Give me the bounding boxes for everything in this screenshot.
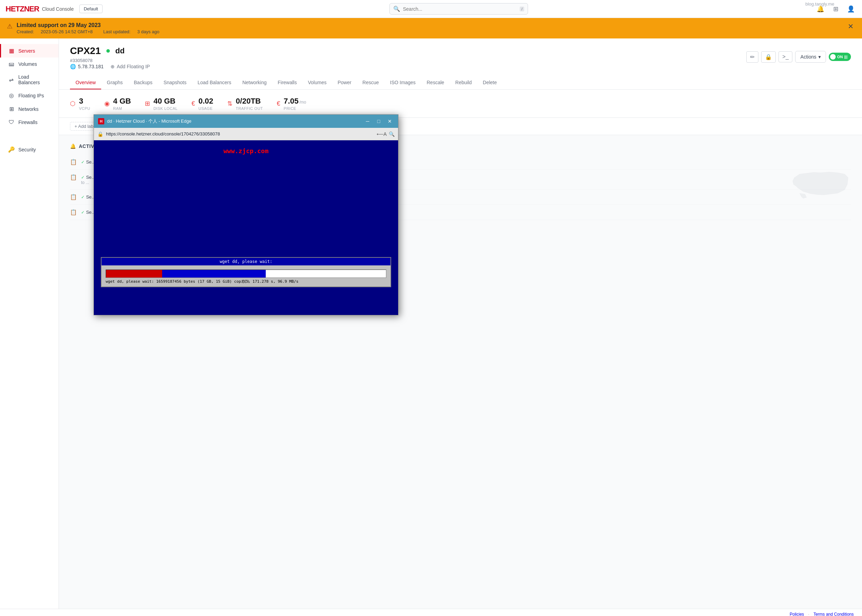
logo-subtitle: Cloud Console <box>42 6 74 12</box>
sidebar-label-volumes: Volumes <box>18 61 37 67</box>
activity-icon-2: 📋 <box>70 174 77 181</box>
traffic-label: TRAFFIC OUT <box>236 106 263 110</box>
sidebar-item-networks[interactable]: ⊞ Networks <box>0 102 58 116</box>
address-url[interactable]: https://console.hetzner.cloud/console/17… <box>106 131 374 137</box>
lock-button[interactable]: 🔒 <box>761 51 776 63</box>
add-floating-ip-button[interactable]: ⊕ Add Floating IP <box>110 64 150 69</box>
server-ip: 🌐 5.78.73.181 <box>70 64 104 69</box>
browser-addressbar: 🔒 https://console.hetzner.cloud/console/… <box>94 128 398 140</box>
power-toggle[interactable]: ON ||| <box>829 53 851 61</box>
tab-backups[interactable]: Backups <box>128 76 158 90</box>
sidebar-item-security[interactable]: 🔑 Security <box>0 143 58 156</box>
tab-rebuild[interactable]: Rebuild <box>450 76 477 90</box>
firewalls-icon: 🛡 <box>8 119 15 126</box>
price-icon: € <box>277 100 280 107</box>
spec-price: € 7.05 /mo PRICE <box>277 97 306 110</box>
dialog-body: 57% wget dd, please wait: 16599187456 by… <box>102 266 391 286</box>
networks-icon: ⊞ <box>8 106 15 112</box>
disk-label: DISK LOCAL <box>154 106 178 110</box>
vcpu-value: 3 <box>79 97 90 106</box>
ip-icon: 🌐 <box>70 64 76 69</box>
vcpu-icon: ⬡ <box>70 100 75 107</box>
server-id: #33058078 <box>70 58 150 63</box>
browser-window: H dd · Hetzner Cloud · 个人 - Microsoft Ed… <box>94 114 399 315</box>
browser-titlebar: H dd · Hetzner Cloud · 个人 - Microsoft Ed… <box>94 115 398 128</box>
sidebar-item-servers[interactable]: ▦ Servers <box>0 44 58 58</box>
ram-icon: ◉ <box>104 100 110 107</box>
edit-button[interactable]: ✏ <box>746 51 758 63</box>
maximize-button[interactable]: □ <box>375 117 383 126</box>
tab-iso-images[interactable]: ISO Images <box>385 76 421 90</box>
tab-rescue[interactable]: Rescue <box>357 76 384 90</box>
terminal-area[interactable]: www.zjcp.com wget dd, please wait: 57% w… <box>94 140 398 315</box>
browser-favicon: H <box>98 118 104 124</box>
tab-firewalls[interactable]: Firewalls <box>272 76 302 90</box>
server-header: CPX21 dd #33058078 🌐 5.78.73.181 ⊕ Add F… <box>59 38 862 90</box>
spec-usage: € 0.02 USAGE <box>192 97 214 110</box>
tab-networking[interactable]: Networking <box>237 76 272 90</box>
sidebar-item-volumes[interactable]: 🖴 Volumes <box>0 58 58 71</box>
zoom-icon[interactable]: 🔍 <box>389 131 395 137</box>
address-actions: ⟵A 🔍 <box>377 131 395 137</box>
search-input[interactable] <box>403 6 517 12</box>
terms-link[interactable]: Terms and Conditions <box>813 612 854 616</box>
policies-link[interactable]: Policies <box>790 612 804 616</box>
progress-fill-red <box>106 270 162 278</box>
server-name: dd <box>115 46 125 55</box>
reader-icon[interactable]: ⟵A <box>377 131 387 137</box>
tab-overview[interactable]: Overview <box>70 76 101 90</box>
sidebar-label-fip: Floating IPs <box>18 93 44 98</box>
toggle-label: ON <box>837 55 843 59</box>
search-kbd: / <box>520 6 524 11</box>
ram-value: 4 GB <box>113 97 131 106</box>
activity-check-1: ✓ <box>81 160 85 165</box>
server-title-row: CPX21 dd <box>70 46 150 57</box>
sidebar: ▦ Servers 🖴 Volumes ⇌ Load Balancers ◎ F… <box>0 38 59 609</box>
activity-icon-1: 📋 <box>70 159 77 165</box>
floating-ip-label: Add Floating IP <box>117 64 150 69</box>
sidebar-label-lb: Load Balancers <box>18 74 52 85</box>
price-label: PRICE <box>284 106 306 110</box>
sidebar-label-firewalls: Firewalls <box>18 119 38 125</box>
tab-volumes[interactable]: Volumes <box>303 76 332 90</box>
created-label: Created: <box>17 29 34 34</box>
spec-traffic: ⇅ 0/20TB TRAFFIC OUT <box>227 97 263 110</box>
fip-icon: ◎ <box>8 92 15 99</box>
sidebar-item-floating-ips[interactable]: ◎ Floating IPs <box>0 89 58 102</box>
disk-value: 40 GB <box>154 97 178 106</box>
ram-label: RAM <box>113 106 131 110</box>
sidebar-item-load-balancers[interactable]: ⇌ Load Balancers <box>0 71 58 89</box>
servers-icon: ▦ <box>8 47 15 54</box>
support-banner: ⚠ Limited support on 29 May 2023 Created… <box>0 18 862 38</box>
lock-icon: 🔒 <box>97 131 103 137</box>
actions-button[interactable]: Actions ▾ <box>795 51 826 63</box>
spec-vcpu: ⬡ 3 VCPU <box>70 97 90 110</box>
minimize-button[interactable]: ─ <box>363 117 372 126</box>
volumes-icon: 🖴 <box>8 61 15 67</box>
activity-icon-3: 📋 <box>70 194 77 200</box>
ip-value: 5.78.73.181 <box>78 64 104 69</box>
browser-title: dd · Hetzner Cloud · 个人 - Microsoft Edge <box>107 118 361 124</box>
tab-load-balancers[interactable]: Load Balancers <box>192 76 237 90</box>
usage-value: 0.02 <box>198 97 214 106</box>
project-selector[interactable]: Default <box>79 5 102 13</box>
tab-power[interactable]: Power <box>332 76 357 90</box>
tab-rescale[interactable]: Rescale <box>421 76 450 90</box>
search-icon: 🔍 <box>393 6 400 12</box>
tab-graphs[interactable]: Graphs <box>101 76 128 90</box>
sidebar-item-firewalls[interactable]: 🛡 Firewalls <box>0 116 58 129</box>
server-type: CPX21 <box>70 46 101 57</box>
progress-track <box>106 270 386 278</box>
created-value: 2023-05-26 14:52 GMT+8 <box>41 29 93 34</box>
activity-check-4: ✓ <box>81 210 85 215</box>
actions-label: Actions <box>800 54 816 60</box>
tab-delete[interactable]: Delete <box>477 76 502 90</box>
chevron-down-icon: ▾ <box>818 54 821 60</box>
close-button[interactable]: ✕ <box>386 117 394 126</box>
banner-close-button[interactable]: ✕ <box>848 22 854 30</box>
search-bar: 🔍 / <box>389 3 528 14</box>
tab-snapshots[interactable]: Snapshots <box>158 76 192 90</box>
user-icon[interactable]: 👤 <box>845 3 856 14</box>
progress-percent: 57% <box>242 279 250 284</box>
console-button[interactable]: >_ <box>779 51 792 62</box>
